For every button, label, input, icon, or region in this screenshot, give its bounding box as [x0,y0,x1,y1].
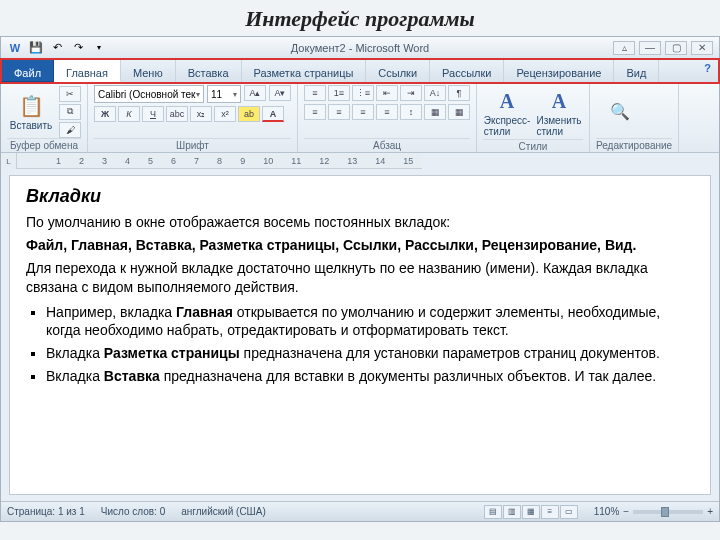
ruler-mark: 8 [217,156,222,166]
zoom-out-icon[interactable]: − [623,506,629,517]
paste-button[interactable]: 📋 Вставить [7,90,55,133]
group-para-label: Абзац [304,138,470,151]
group-editing: 🔍 Редактирование [590,83,679,152]
ruler-mark: 6 [171,156,176,166]
ruler-mark: 1 [56,156,61,166]
doc-p1: По умолчанию в окне отображается восемь … [26,213,694,232]
ruler-mark: 3 [102,156,107,166]
tab-mailings[interactable]: Рассылки [430,59,504,82]
find-button[interactable]: 🔍 [596,96,644,128]
clipboard-icon: 📋 [17,92,45,120]
status-page[interactable]: Страница: 1 из 1 [7,506,85,517]
minimize-button[interactable]: — [639,41,661,55]
change-styles-button[interactable]: A Изменить стили [535,85,583,139]
quick-styles-label: Экспресс-стили [484,115,531,137]
ruler-mark: 13 [347,156,357,166]
align-center-icon[interactable]: ≡ [328,104,350,120]
quick-styles-icon: A [493,87,521,115]
t: Вкладка [46,368,104,384]
word-icon: W [7,40,23,56]
subscript-icon[interactable]: x₂ [190,106,212,122]
status-bar: Страница: 1 из 1 Число слов: 0 английски… [1,501,719,521]
tab-insert[interactable]: Вставка [176,59,242,82]
italic-icon[interactable]: К [118,106,140,122]
align-left-icon[interactable]: ≡ [304,104,326,120]
zoom-slider[interactable] [633,510,703,514]
ruler-corner-icon[interactable]: L [1,153,17,169]
ruler-mark: 9 [240,156,245,166]
status-lang[interactable]: английский (США) [181,506,266,517]
font-name-select[interactable]: Calibri (Основной тек [94,85,204,103]
sort-icon[interactable]: A↓ [424,85,446,101]
outline-icon[interactable]: ≡ [541,505,559,519]
ruler-mark: 10 [263,156,273,166]
full-screen-icon[interactable]: ▥ [503,505,521,519]
tab-review[interactable]: Рецензирование [504,59,614,82]
line-spacing-icon[interactable]: ↕ [400,104,422,120]
numbering-icon[interactable]: 1≡ [328,85,350,101]
format-painter-icon[interactable]: 🖌 [59,122,81,138]
t: предназначена для вставки в документы ра… [160,368,656,384]
doc-bullet-2: Вкладка Разметка страницы предназначена … [46,344,694,363]
font-size-value: 11 [211,89,222,100]
ruler-mark: 15 [403,156,413,166]
ribbon-tabs: Файл Главная Меню Вставка Разметка стран… [1,59,719,83]
quick-styles-button[interactable]: A Экспресс-стили [483,85,531,139]
font-size-select[interactable]: 11 [207,85,241,103]
draft-icon[interactable]: ▭ [560,505,578,519]
tab-file[interactable]: Файл [1,59,54,82]
justify-icon[interactable]: ≡ [376,104,398,120]
indent-left-icon[interactable]: ⇤ [376,85,398,101]
show-marks-icon[interactable]: ¶ [448,85,470,101]
zoom-in-icon[interactable]: + [707,506,713,517]
tab-links[interactable]: Ссылки [366,59,430,82]
borders-icon[interactable]: ▦ [448,104,470,120]
tab-home[interactable]: Главная [54,59,121,82]
strike-icon[interactable]: abc [166,106,188,122]
copy-icon[interactable]: ⧉ [59,104,81,120]
ruler-mark: 11 [291,156,301,166]
t: Вставка [104,368,160,384]
superscript-icon[interactable]: x² [214,106,236,122]
redo-icon[interactable]: ↷ [70,40,86,56]
qat-dropdown-icon[interactable]: ▾ [91,40,107,56]
grow-font-icon[interactable]: A▴ [244,85,266,101]
tab-layout[interactable]: Разметка страницы [242,59,367,82]
maximize-button[interactable]: ▢ [665,41,687,55]
doc-p2-bold: Файл, Главная, Вставка, Разметка страниц… [26,237,636,253]
group-paragraph: ≡ 1≡ ⋮≡ ⇤ ⇥ A↓ ¶ ≡ ≡ ≡ ≡ ↕ ▦ ▦ [298,83,477,152]
bold-icon[interactable]: Ж [94,106,116,122]
underline-icon[interactable]: Ч [142,106,164,122]
highlight-icon[interactable]: ab [238,106,260,122]
zoom-value[interactable]: 110% [594,506,620,517]
align-right-icon[interactable]: ≡ [352,104,374,120]
web-layout-icon[interactable]: ▦ [522,505,540,519]
quick-access-toolbar: W 💾 ↶ ↷ ▾ [1,40,113,56]
font-color-icon[interactable]: A [262,106,284,122]
group-clipboard-label: Буфер обмена [7,138,81,151]
ruler-mark: 4 [125,156,130,166]
print-layout-icon[interactable]: ▤ [484,505,502,519]
shading-icon[interactable]: ▦ [424,104,446,120]
help-icon[interactable]: ? [696,59,719,82]
group-clipboard: 📋 Вставить ✂ ⧉ 🖌 Буфер обмена [1,83,88,152]
document-page[interactable]: Вкладки По умолчанию в окне отображается… [9,175,711,495]
tab-menu[interactable]: Меню [121,59,176,82]
minimize-ribbon-icon[interactable]: ▵ [613,41,635,55]
undo-icon[interactable]: ↶ [49,40,65,56]
status-words[interactable]: Число слов: 0 [101,506,165,517]
horizontal-ruler[interactable]: 1 2 3 4 5 6 7 8 9 10 11 12 13 14 15 [17,153,422,169]
close-button[interactable]: ✕ [691,41,713,55]
change-styles-label: Изменить стили [536,115,581,137]
shrink-font-icon[interactable]: A▾ [269,85,291,101]
group-styles-label: Стили [483,139,583,152]
save-icon[interactable]: 💾 [28,40,44,56]
bullets-icon[interactable]: ≡ [304,85,326,101]
tab-view[interactable]: Вид [614,59,659,82]
indent-right-icon[interactable]: ⇥ [400,85,422,101]
ribbon-body: 📋 Вставить ✂ ⧉ 🖌 Буфер обмена Calibri (О… [1,83,719,153]
cut-icon[interactable]: ✂ [59,86,81,102]
word-window: W 💾 ↶ ↷ ▾ Документ2 - Microsoft Word ▵ —… [0,36,720,522]
group-font-label: Шрифт [94,138,291,151]
multilevel-icon[interactable]: ⋮≡ [352,85,374,101]
